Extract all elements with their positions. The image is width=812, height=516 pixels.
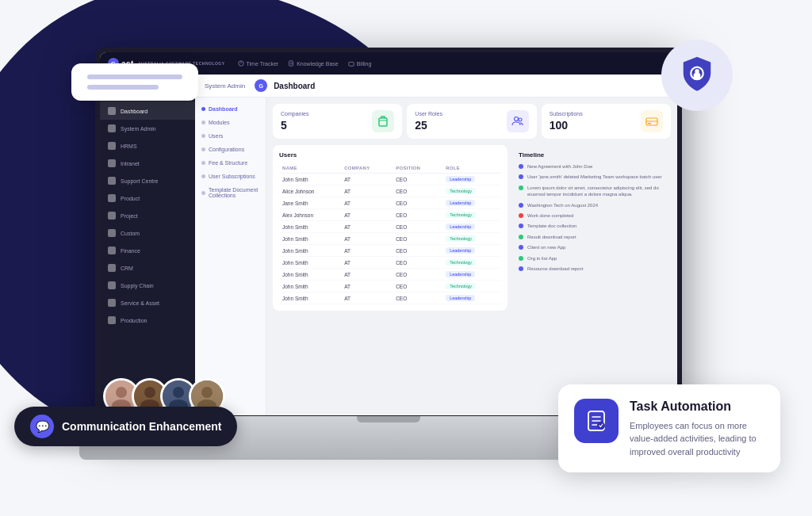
cell-company: AT: [341, 257, 393, 269]
task-card-content: Task Automation Employees can focus on m…: [630, 399, 764, 458]
sidebar-item-product[interactable]: Product: [100, 189, 195, 207]
timeline-dot: [519, 164, 523, 169]
system-admin-label: System Admin: [121, 126, 156, 132]
table-row: John Smith AT CEO Technology: [279, 257, 501, 269]
sub-nav: Dashboard Modules Users: [195, 97, 266, 415]
cell-position: CEO: [393, 209, 442, 221]
sidebar-item-hrms[interactable]: HRMS: [100, 137, 195, 155]
subscriptions-label: Subscriptions: [550, 111, 583, 117]
shield-icon: [677, 55, 717, 95]
table-row: John Smith AT CEO Technology: [279, 233, 501, 245]
sidebar-item-intranet[interactable]: Intranet: [100, 155, 195, 172]
comm-badge: 💬 Communication Enhancement: [14, 407, 237, 446]
cell-company: AT: [341, 209, 393, 221]
stat-card-subscriptions: Subscriptions 100: [542, 104, 671, 139]
sidebar-item-supply[interactable]: Supply Chain: [100, 277, 195, 294]
sidebar-item-crm[interactable]: CRM: [100, 259, 195, 277]
intranet-icon: [108, 159, 116, 167]
cell-company: AT: [341, 197, 393, 209]
timeline-text: New Agreement with John Doe: [527, 163, 592, 170]
timeline-text: Client on new App: [527, 244, 565, 250]
roles-value: 25: [415, 119, 442, 132]
support-label: Support Centre: [121, 178, 158, 184]
svg-point-22: [173, 387, 184, 398]
svg-rect-8: [348, 62, 353, 66]
timeline-dot: [519, 174, 523, 179]
cell-name: John Smith: [279, 174, 341, 185]
cell-position: CEO: [393, 221, 442, 233]
cell-position: CEO: [393, 257, 442, 269]
float-line-2: [87, 85, 159, 90]
table-row: John Smith AT CEO Leadership: [279, 245, 501, 257]
production-label: Production: [121, 318, 147, 323]
table-row: John Smith AT CEO Leadership: [279, 269, 501, 281]
cell-position: CEO: [393, 185, 442, 197]
cell-role: Leadership: [442, 292, 501, 304]
sub-nav-label-fee: Fee & Structure: [209, 160, 247, 166]
sub-nav-label-sub: User Subscriptions: [209, 174, 255, 179]
sidebar-item-custom[interactable]: Custom: [100, 224, 195, 242]
timeline-dot: [519, 245, 523, 250]
sub-nav-subscriptions[interactable]: User Subscriptions: [195, 170, 266, 183]
sub-nav-modules[interactable]: Modules: [195, 116, 266, 129]
timeline-text: User 'jane.smith' deleted Marketing Team…: [527, 174, 662, 180]
cell-role: Technology: [442, 257, 501, 269]
col-role: ROLE: [442, 163, 501, 174]
timeline-dot: [519, 203, 523, 208]
laptop-screen: C ast AUSTRALIA SOFTWARE TECHNOLOGY Time…: [100, 52, 677, 415]
cell-role: Leadership: [442, 245, 501, 257]
sidebar-item-service[interactable]: Service & Asset: [100, 294, 195, 312]
timeline-text: Result download report: [527, 234, 576, 240]
timeline-text: Org in list App: [527, 255, 557, 262]
sub-nav-fee[interactable]: Fee & Structure: [195, 156, 266, 170]
sub-nav-users[interactable]: Users: [195, 129, 266, 143]
sub-nav-label-config: Configurations: [209, 147, 244, 152]
companies-label: Companies: [281, 111, 308, 117]
cell-name: John Smith: [279, 257, 341, 269]
sub-nav-label-dashboard: Dashboard: [209, 106, 238, 112]
timeline-text: Work done completed: [527, 212, 573, 219]
table-row: Alice Johnson AT CEO Technology: [279, 185, 501, 197]
roles-label: User Roles: [415, 111, 442, 117]
sub-nav-dashboard[interactable]: Dashboard: [195, 102, 266, 116]
sidebar-item-dashboard[interactable]: Dashboard: [100, 102, 195, 120]
hrms-label: HRMS: [121, 143, 137, 149]
sub-nav-configurations[interactable]: Configurations: [195, 143, 266, 156]
timeline-dot: [519, 185, 523, 190]
finance-label: Finance: [121, 248, 140, 254]
table-row: Jane Smith AT CEO Leadership: [279, 197, 501, 209]
production-icon: [108, 316, 116, 324]
sub-nav-dot-sub: [201, 174, 205, 178]
companies-icon: [372, 110, 394, 132]
cell-company: AT: [341, 185, 393, 197]
cell-name: John Smith: [279, 281, 341, 292]
sidebar-item-system-admin[interactable]: System Admin: [100, 120, 195, 137]
timeline-item: Org in list App: [519, 255, 665, 262]
timeline-item: New Agreement with John Doe: [519, 163, 665, 170]
cell-company: AT: [341, 221, 393, 233]
sidebar-item-support[interactable]: Support Centre: [100, 172, 195, 189]
roles-icon: [507, 110, 529, 132]
tab-time-tracker[interactable]: Time Tracker: [238, 60, 279, 67]
sidebar-item-finance[interactable]: Finance: [100, 242, 195, 259]
cell-name: Alice Johnson: [279, 185, 341, 197]
sub-nav-templates[interactable]: Template Document Collections: [195, 183, 266, 202]
cell-name: Alex Johnson: [279, 209, 341, 221]
service-icon: [108, 299, 116, 307]
tab-billing[interactable]: Billing: [348, 60, 372, 67]
sidebar-item-project[interactable]: Project: [100, 207, 195, 224]
users-section: Users NAME COMPANY POSITION ROLE: [273, 145, 508, 311]
page-label: System Admin: [205, 82, 245, 90]
dashboard-nav-icon: [108, 107, 116, 115]
cell-name: John Smith: [279, 221, 341, 233]
sidebar-item-production[interactable]: Production: [100, 312, 195, 329]
timeline-text: Washington Tech on August 2024: [527, 202, 598, 208]
tab-knowledge-base[interactable]: Knowledge Base: [288, 60, 339, 67]
cell-role: Technology: [442, 185, 501, 197]
timeline-item: Resource download report: [519, 266, 665, 272]
finance-icon: [108, 247, 116, 254]
bottom-panels: Users NAME COMPANY POSITION ROLE: [273, 145, 671, 311]
timeline-dot: [519, 213, 523, 218]
cell-company: AT: [341, 174, 393, 185]
col-company: COMPANY: [341, 163, 393, 174]
